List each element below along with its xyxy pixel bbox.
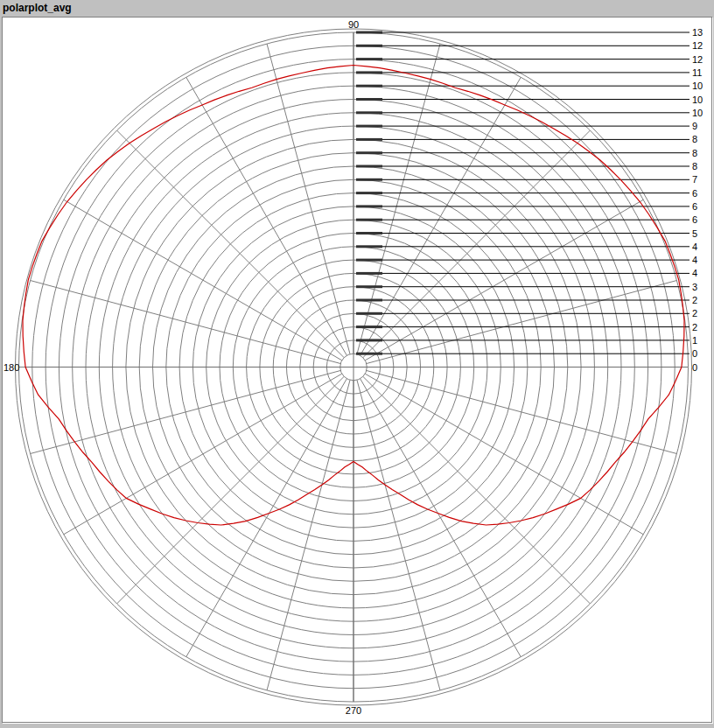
radial-tick-label: 8 <box>692 148 697 158</box>
radial-tick-label: 5 <box>692 228 697 239</box>
grid-spoke <box>365 200 643 360</box>
grid-spoke <box>186 77 347 355</box>
grid-spoke <box>64 200 342 360</box>
radial-tick-label: 0 <box>692 362 697 373</box>
radial-tick-label: 12 <box>692 54 703 65</box>
grid-spoke <box>363 130 591 358</box>
polar-plot: 0012223444566678889101010111212139018027… <box>3 18 710 720</box>
grid-spoke <box>64 374 342 535</box>
radial-tick-label: 10 <box>692 80 703 91</box>
radial-tick-label: 4 <box>692 255 697 265</box>
radial-tick-label: 6 <box>692 214 697 225</box>
window-title: polarplot_avg <box>3 2 72 14</box>
angle-label-270: 270 <box>346 705 361 716</box>
radial-tick-label: 9 <box>692 121 697 131</box>
radial-tick-label: 12 <box>692 40 703 51</box>
radial-tick-label: 11 <box>692 67 702 78</box>
plot-panel: 0012223444566678889101010111212139018027… <box>2 17 712 723</box>
window: { "window": { "title": "polarplot_avg" }… <box>0 0 714 728</box>
grid-spoke <box>365 374 643 535</box>
radial-tick-label: 2 <box>692 322 697 332</box>
radial-tick-label: 2 <box>692 295 697 305</box>
radial-tick-label: 1 <box>692 335 697 346</box>
grid-spoke <box>367 281 677 364</box>
grid-spoke <box>357 44 440 354</box>
radial-tick-label: 13 <box>692 27 703 38</box>
radial-tick-label: 2 <box>692 308 697 318</box>
radial-tick-label: 7 <box>692 174 697 185</box>
radial-tick-label: 3 <box>692 282 697 292</box>
radial-tick-label: 10 <box>692 94 703 105</box>
radial-tick-label: 6 <box>692 188 697 199</box>
radial-tick-label: 0 <box>692 348 697 359</box>
grid-spoke <box>267 44 350 354</box>
radial-tick-label: 8 <box>692 161 697 172</box>
radial-tick-label: 4 <box>692 242 697 252</box>
grid-spoke <box>117 376 345 604</box>
grid-spoke <box>117 130 345 358</box>
radial-tick-label: 10 <box>692 108 703 118</box>
angle-label-180: 180 <box>4 362 19 373</box>
title-bar[interactable]: polarplot_avg <box>0 0 714 17</box>
angle-label-90: 90 <box>348 19 359 30</box>
grid-spoke <box>367 370 677 453</box>
radial-tick-label: 8 <box>692 134 697 144</box>
grid-spoke <box>31 370 341 453</box>
radial-tick-label: 4 <box>692 268 697 278</box>
grid-spoke <box>186 379 347 657</box>
grid-spoke <box>31 281 341 364</box>
radial-tick-label: 6 <box>692 201 697 212</box>
grid-spoke <box>363 376 591 604</box>
grid-spoke <box>267 380 350 690</box>
grid-spoke <box>357 380 440 690</box>
grid-spoke <box>360 379 522 657</box>
